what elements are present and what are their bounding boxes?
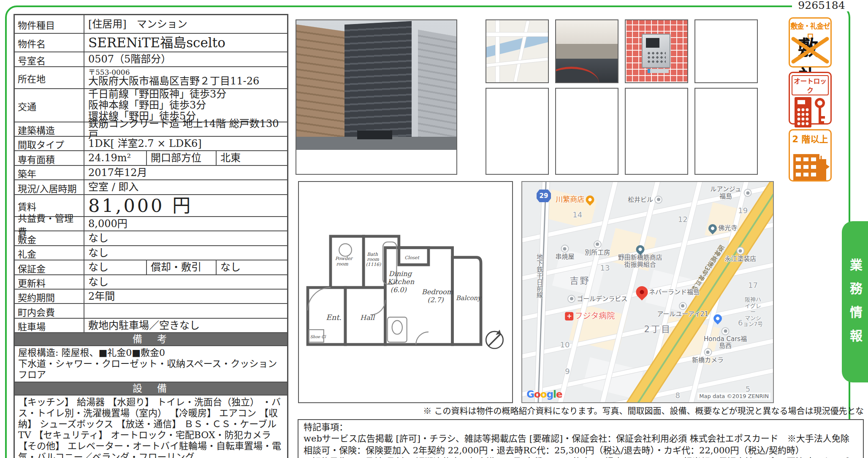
row-value: なし (84, 260, 146, 274)
row-value: 81,000 円 (84, 195, 287, 216)
google-logo: Google (526, 389, 562, 400)
map-pin-redbig-icon (633, 284, 650, 301)
map-label-text: 14 (572, 211, 582, 219)
row-sub-label: 開口部方位 (146, 151, 217, 165)
special-notes-box: 特記事項： webサービス広告掲載 [許可]・チラシ、雑誌等掲載広告 [要確認]… (298, 419, 864, 458)
section-body: 【キッチン】 給湯器 【水廻り】 トイレ・洗面台（独立） ・バス・トイレ別・洗濯… (15, 396, 287, 458)
map-label-text: 13 (600, 264, 610, 272)
map-label-text: 串焼屋 (555, 253, 574, 260)
table-row: 現況/入居時期空室 / 即入 (15, 180, 287, 195)
table-row: 契約期間2年間 (15, 290, 287, 304)
row-value: 8,000円 (84, 217, 287, 230)
business-info-side-tab[interactable]: 業務情報 (842, 221, 868, 382)
thumbnail-intercom (625, 19, 688, 83)
table-row: 敷金なし (15, 231, 287, 246)
thumbnail-empty-1 (694, 19, 758, 83)
map-pin-dot-icon (594, 240, 602, 248)
svg-text:Balcony: Balcony (456, 294, 482, 302)
badge-no-deposit-no-key-money: 敷金・礼金ゼロ 敷礼 (789, 17, 832, 68)
map-label: 13 (600, 264, 610, 272)
floorplan-box: Ent. Shoe Cl Hall Powderroom Bathroom(11… (298, 181, 513, 403)
row-value: 敷地内駐車場／空きなし (84, 319, 287, 332)
map-label: 新橋カメラ (692, 348, 724, 364)
map-label: 9 (565, 367, 570, 376)
row-value: なし (84, 231, 287, 245)
row-label: 所在地 (15, 67, 84, 88)
map-label: 吉野 (570, 276, 590, 286)
row-label: 契約期間 (15, 290, 84, 303)
map-label-text: 2丁目 (644, 325, 671, 335)
map-label-text: 川繁商店 (556, 195, 584, 203)
map-label-text: 野田新橋筋商店 街振興組合 (618, 254, 662, 268)
row-label: 間取タイプ (15, 137, 84, 150)
row-value: SERENiTE福島scelto (84, 34, 287, 51)
map-label-text: 6 (738, 319, 743, 327)
map-label: 12 (678, 215, 688, 224)
row-label: 専有面積 (15, 151, 84, 165)
table-row: 礼金なし (15, 246, 287, 260)
map-pin-dot-icon (744, 189, 752, 197)
map-label: 2丁目 (644, 325, 671, 335)
property-spec-table: 物件種目[住居用] マンション物件名SERENiTE福島scelto号室名050… (14, 14, 288, 458)
map-label: 6 (738, 319, 743, 327)
table-row: 築年2017年12月 (15, 166, 287, 180)
map-pin-dot-icon (722, 327, 730, 335)
building-photo-image (296, 20, 456, 150)
map-label-text: ルアンジュ福島 (709, 186, 743, 200)
map-pin-hosp-icon: + (565, 312, 574, 320)
map-label: 14 (572, 211, 582, 219)
row-value: 〒553-0006大阪府大阪市福島区吉野２丁目11-26 (84, 67, 287, 88)
badge-second-floor-or-above: 2 階以上 (789, 129, 832, 182)
property-listing-sheet: 9265184 物件種目[住居用] マンション物件名SERENiTE福島scel… (0, 0, 868, 458)
neighborhood-map: 29 地下鉄千日前線 阪神高速3号神戸線 川繁商店14松井ビルルアンジュ福島19… (521, 181, 774, 403)
table-row: 号室名0507（5階部分） (15, 52, 287, 67)
section-body: 屋根構造: 陸屋根、■礼金0■敷金0 下水道・シャワー・クローゼット・収納スペー… (15, 346, 287, 382)
map-label: ゴールデンラビス (567, 295, 627, 303)
row-label: 物件種目 (15, 15, 84, 33)
map-label-text: ネバーランド福島 (649, 289, 700, 296)
row-value: なし (84, 275, 287, 289)
row-value (84, 304, 287, 318)
row-value: なし (84, 246, 287, 260)
map-label: 10 (560, 341, 570, 349)
map-label: 8 (675, 391, 680, 400)
svg-text:Closet: Closet (404, 255, 420, 260)
upper-floor-building-icon (791, 145, 830, 180)
row-sub-label: 償却・敷引 (146, 260, 217, 274)
map-label-text: アールユーアイ21 (657, 310, 708, 317)
map-label-text: 阪神ハイグレー マンション7号 (743, 297, 763, 328)
map-label: 阪神ハイグレー マンション7号 (743, 297, 763, 328)
svg-text:Shoe Cl: Shoe Cl (310, 334, 326, 339)
map-label-text: 別所工房 (585, 249, 610, 256)
row-label: 保証金 (15, 260, 84, 274)
thumbnail-empty-5 (694, 88, 758, 175)
map-label: ルアンジュ福島 (709, 186, 752, 200)
map-label: ネバーランド福島 (636, 286, 700, 298)
cross-out-icon (790, 35, 830, 65)
table-row: 専有面積24.19m²開口部方位北東 (15, 151, 287, 166)
map-label-text: 新橋カメラ (692, 357, 724, 364)
map-label: 別所工房 (585, 240, 610, 256)
map-label-text: 松井ビル (628, 196, 653, 203)
map-label-text: 10 (560, 341, 570, 349)
section-band: 備 考 (15, 333, 287, 346)
table-row: 駐車場敷地内駐車場／空きなし (15, 319, 287, 333)
row-label: 駐車場 (15, 319, 84, 332)
table-row: 所在地〒553-0006大阪府大阪市福島区吉野２丁目11-26 (15, 67, 287, 89)
map-label-text: 12 (678, 215, 688, 224)
row-value: 鉄筋コンクリート造 地上14階 総戸数130戸 (84, 122, 287, 136)
row-value: 2017年12月 (84, 166, 287, 179)
row-value: 24.19m² (84, 151, 146, 165)
table-row: 間取タイプ1DK[ 洋室2.7 × LDK6] (15, 137, 287, 151)
row-value: 1DK[ 洋室2.7 × LDK6] (84, 137, 287, 150)
map-label: 5 (746, 385, 750, 393)
map-pin-dot-icon (654, 195, 662, 203)
table-row: 物件名SERENiTE福島scelto (15, 34, 287, 52)
badge-autolock: オートロック (789, 72, 832, 125)
map-label (713, 314, 722, 323)
svg-text:Hall: Hall (360, 314, 375, 322)
map-label-text: フジタ病院 (575, 312, 615, 321)
map-pin-dot-icon (561, 245, 569, 253)
row-label: 共益費・管理費 (15, 217, 84, 230)
thumbnail-empty-3 (555, 88, 618, 175)
